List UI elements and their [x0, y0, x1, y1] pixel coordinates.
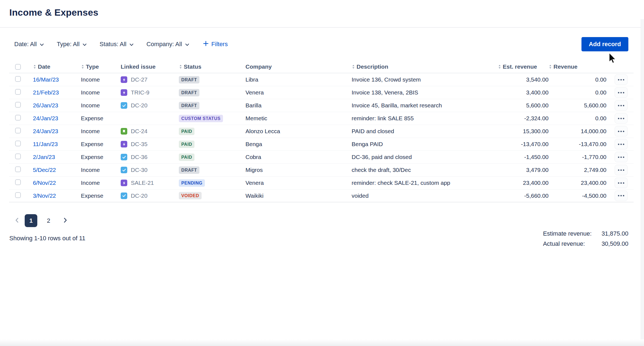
company-cell: Benga — [245, 141, 352, 147]
col-header-type[interactable]: Type — [81, 63, 121, 70]
row-checkbox[interactable] — [15, 115, 21, 121]
row-actions-button[interactable] — [615, 165, 628, 175]
page-button-2[interactable]: 2 — [42, 214, 55, 227]
date-cell: 24/Jan/23 — [33, 115, 81, 122]
linked-issue-cell[interactable]: DC-27 — [121, 76, 179, 83]
prev-page-button[interactable] — [14, 217, 20, 224]
row-checkbox[interactable] — [15, 141, 21, 146]
row-checkbox[interactable] — [15, 128, 21, 133]
col-header-description[interactable]: Description — [352, 63, 498, 70]
row-checkbox[interactable] — [15, 154, 21, 159]
ellipsis-icon — [623, 157, 624, 158]
description-cell: check the draft, 30/Dec — [352, 167, 498, 173]
revenue-cell: -1,770.00 — [549, 154, 606, 160]
filter-date[interactable]: Date: All — [14, 41, 44, 48]
date-link[interactable]: 24/Jan/23 — [33, 128, 58, 134]
row-select-cell — [9, 102, 33, 109]
status-badge: PENDING — [179, 179, 205, 187]
issue-key: DC-20 — [131, 192, 148, 199]
row-checkbox[interactable] — [15, 166, 21, 172]
filter-type[interactable]: Type: All — [57, 41, 87, 48]
linked-issue-cell[interactable]: DC-20 — [121, 192, 179, 199]
est-revenue-cell: -5,660.00 — [498, 192, 549, 199]
row-actions-button[interactable] — [615, 178, 628, 188]
linked-issue-cell[interactable]: DC-36 — [121, 154, 179, 160]
row-actions-button[interactable] — [615, 87, 628, 98]
row-checkbox[interactable] — [15, 192, 21, 198]
row-actions-button[interactable] — [615, 139, 628, 149]
description-cell: Benga PAID — [352, 141, 498, 147]
date-link[interactable]: 6/Nov/22 — [33, 180, 56, 186]
sort-icon — [33, 64, 36, 69]
date-link[interactable]: 2/Jan/23 — [33, 154, 55, 160]
filter-company[interactable]: Company: All — [146, 41, 189, 48]
status-badge: PAID — [179, 141, 194, 148]
filter-status[interactable]: Status: All — [100, 41, 134, 48]
row-select-cell — [9, 179, 33, 186]
date-link[interactable]: 11/Jan/23 — [33, 141, 58, 147]
date-link[interactable]: 24/Jan/23 — [33, 115, 58, 121]
actions-cell — [606, 152, 634, 162]
ellipsis-icon — [618, 169, 619, 171]
task-check-issue-icon — [121, 192, 127, 199]
actions-cell — [606, 139, 634, 149]
right-edge-strip — [641, 19, 644, 346]
row-select-cell — [9, 192, 33, 199]
row-actions-button[interactable] — [615, 126, 628, 136]
linked-issue-cell[interactable]: DC-20 — [121, 102, 179, 109]
col-header-select[interactable] — [9, 64, 33, 70]
type-cell: Income — [81, 76, 121, 83]
col-header-est-revenue[interactable]: Est. revenue — [498, 63, 549, 70]
date-link[interactable]: 21/Feb/23 — [33, 89, 59, 96]
ellipsis-icon — [618, 79, 619, 80]
page-button-1[interactable]: 1 — [25, 214, 37, 227]
status-cell: DRAFT — [179, 166, 245, 174]
status-cell: PAID — [179, 154, 245, 161]
row-checkbox[interactable] — [15, 102, 21, 108]
plus-icon — [203, 41, 209, 48]
date-link[interactable]: 26/Jan/23 — [33, 102, 58, 108]
row-checkbox[interactable] — [15, 89, 21, 95]
row-select-cell — [9, 141, 33, 148]
ellipsis-icon — [623, 195, 624, 196]
linked-issue-cell[interactable]: SALE-21 — [121, 180, 179, 186]
issue-key: DC-20 — [131, 102, 148, 109]
chevron-down-icon — [40, 43, 44, 46]
page-buttons: 12 — [25, 214, 55, 227]
col-header-date[interactable]: Date — [33, 63, 81, 70]
status-badge: CUSTOM STATUS — [179, 115, 223, 122]
company-cell: Cobra — [245, 154, 352, 160]
row-checkbox[interactable] — [15, 179, 21, 185]
est-revenue-cell: -1,450.00 — [498, 154, 549, 160]
row-actions-button[interactable] — [615, 113, 628, 124]
linked-issue-cell[interactable]: TRIC-9 — [121, 89, 179, 96]
add-record-button[interactable]: Add record — [581, 37, 628, 51]
ellipsis-icon — [623, 169, 624, 171]
date-link[interactable]: 5/Dec/22 — [33, 167, 56, 173]
date-link[interactable]: 16/Mar/23 — [33, 76, 59, 83]
issue-key: DC-27 — [131, 76, 148, 83]
row-actions-button[interactable] — [615, 152, 628, 162]
row-checkbox[interactable] — [15, 76, 21, 82]
date-link[interactable]: 3/Nov/22 — [33, 192, 56, 199]
row-actions-button[interactable] — [615, 191, 628, 201]
col-header-status[interactable]: Status — [179, 63, 245, 70]
next-page-button[interactable] — [62, 217, 68, 224]
col-header-revenue[interactable]: Revenue — [549, 63, 606, 70]
row-actions-button[interactable] — [615, 74, 628, 85]
revenue-cell: 0.00 — [549, 76, 606, 83]
linked-issue-cell[interactable]: DC-30 — [121, 167, 179, 173]
status-badge: VOIDED — [179, 192, 202, 199]
add-filters-button[interactable]: Filters — [203, 41, 228, 48]
status-cell: DRAFT — [179, 102, 245, 109]
linked-issue-cell[interactable]: DC-24 — [121, 128, 179, 135]
company-cell: Venera — [245, 89, 352, 96]
status-cell: PAID — [179, 141, 245, 148]
ellipsis-icon — [620, 131, 622, 132]
row-actions-button[interactable] — [615, 100, 628, 111]
linked-issue-cell[interactable]: DC-35 — [121, 141, 179, 147]
task-check-issue-icon — [121, 102, 127, 109]
revenue-cell: 2,749.00 — [549, 167, 606, 173]
select-all-checkbox[interactable] — [15, 64, 21, 70]
status-cell: DRAFT — [179, 76, 245, 83]
